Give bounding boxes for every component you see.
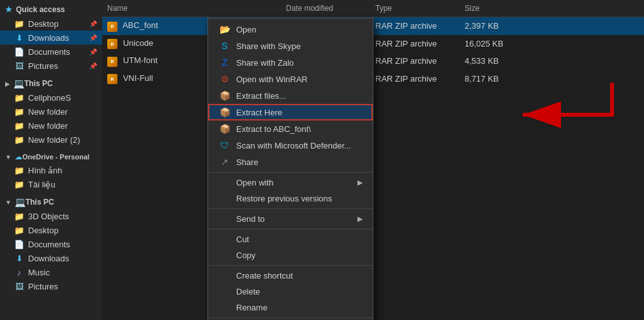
- sidebar-item-cellphones[interactable]: 📁 CellphoneS: [0, 91, 102, 105]
- open-icon: 📂: [218, 24, 231, 34]
- this-pc-label: This PC: [24, 79, 53, 88]
- sidebar: ★ Quick access 📁 Desktop 📌 ⬇ Downloads 📌…: [0, 0, 102, 320]
- ctx-delete[interactable]: Delete: [208, 284, 373, 300]
- pic-icon: 🖼: [14, 61, 24, 71]
- extract-here-icon: 📦: [218, 107, 231, 117]
- sidebar-item-downloads[interactable]: ⬇ Downloads 📌: [0, 31, 102, 45]
- sidebar-item-3d[interactable]: 📁 3D Objects: [0, 209, 102, 223]
- ctx-rename-label: Rename: [236, 303, 267, 312]
- sidebar-item-label: CellphoneS: [28, 93, 71, 103]
- extract-to-icon: 📦: [218, 124, 231, 134]
- ctx-copy-label: Copy: [236, 251, 255, 260]
- ctx-winrar-label: Open with WinRAR: [236, 75, 308, 84]
- folder-icon: 📁: [14, 211, 24, 221]
- sidebar-item-newfolder3[interactable]: 📁 New folder (2): [0, 133, 102, 147]
- ctx-send-to[interactable]: Send to ▶: [208, 211, 373, 227]
- ctx-create-shortcut[interactable]: Create shortcut: [208, 268, 373, 284]
- sidebar-item-label: Music: [28, 268, 50, 277]
- submenu-arrow: ▶: [357, 215, 363, 223]
- sidebar-item-label: Desktop: [28, 226, 59, 235]
- ctx-share-skype[interactable]: S Share with Skype: [208, 38, 373, 54]
- ctx-extract-to[interactable]: 📦 Extract to ABC_font\: [208, 120, 373, 137]
- onedrive-label: OneDrive - Personal: [22, 153, 89, 161]
- pc-icon2: 💻: [15, 197, 26, 207]
- ctx-share[interactable]: ↗ Share: [208, 154, 373, 170]
- chevron-icon: ▶: [5, 80, 10, 87]
- defender-icon: 🛡: [218, 140, 231, 150]
- header-date: Date modified: [281, 3, 370, 14]
- folder-icon: 📁: [14, 165, 24, 175]
- file-header: Name Date modified Type Size: [102, 0, 644, 17]
- file-type-cell: RAR ZIP archive: [370, 20, 460, 32]
- folder-icon: 📁: [14, 92, 24, 103]
- zalo-icon: Z: [218, 57, 231, 68]
- doc-icon2: 📄: [14, 239, 24, 249]
- quick-access-header[interactable]: ★ Quick access: [0, 3, 102, 17]
- ctx-open-with[interactable]: Open with ▶: [208, 175, 373, 191]
- sidebar-item-hinhanh[interactable]: 📁 Hình ảnh: [0, 163, 102, 177]
- pc-icon: 💻: [13, 78, 24, 89]
- sidebar-item-label: Downloads: [28, 33, 69, 43]
- ctx-restore[interactable]: Restore previous versions: [208, 191, 373, 207]
- ctx-divider2: [208, 208, 373, 209]
- sidebar-item-pictures[interactable]: 🖼 Pictures 📌: [0, 59, 102, 73]
- doc-icon: 📄: [14, 47, 24, 57]
- this-pc-label2: This PC: [26, 198, 54, 207]
- sidebar-item-newfolder1[interactable]: 📁 New folder: [0, 105, 102, 119]
- submenu-arrow: ▶: [357, 178, 363, 187]
- sidebar-item-desktop2[interactable]: 📁 Desktop: [0, 223, 102, 237]
- this-pc-section-header[interactable]: ▼ 💻 This PC: [0, 194, 102, 209]
- sidebar-item-documents2[interactable]: 📄 Documents: [0, 237, 102, 251]
- sidebar-item-label: 3D Objects: [28, 212, 69, 221]
- pin-icon: 📌: [89, 34, 97, 41]
- sidebar-item-label: Documents: [28, 47, 70, 57]
- sidebar-item-label: Pictures: [28, 61, 58, 71]
- rar-icon: R: [107, 74, 117, 84]
- header-name: Name: [102, 3, 281, 14]
- sidebar-item-documents[interactable]: 📄 Documents 📌: [0, 45, 102, 59]
- sidebar-item-music[interactable]: ♪ Music: [0, 265, 102, 279]
- ctx-extract-here[interactable]: 📦 Extract Here: [208, 104, 373, 120]
- ctx-open-winrar[interactable]: ⚙ Open with WinRAR: [208, 71, 373, 87]
- sidebar-item-tailieu[interactable]: 📁 Tài liệu: [0, 177, 102, 191]
- ctx-share-label: Share: [236, 157, 258, 167]
- folder-icon: 📁: [14, 225, 24, 235]
- chevron-icon: ▼: [5, 154, 11, 161]
- folder-icon: 📁: [14, 135, 24, 145]
- main-area: Name Date modified Type Size R ABC_font …: [102, 0, 644, 320]
- pin-icon: 📌: [89, 20, 97, 27]
- pin-icon: 📌: [89, 48, 97, 55]
- sidebar-item-label: Desktop: [28, 19, 59, 29]
- ctx-cut-label: Cut: [236, 235, 249, 244]
- ctx-share-zalo-label: Share with Zalo: [236, 58, 294, 68]
- onedrive-header[interactable]: ▼ ☁ OneDrive - Personal: [0, 149, 102, 163]
- ctx-open-with-label: Open with: [236, 178, 274, 187]
- onedrive-icon: ☁: [15, 152, 22, 161]
- file-name: Unicode: [123, 38, 154, 48]
- rar-icon: R: [107, 22, 117, 32]
- sidebar-item-downloads2[interactable]: ⬇ Downloads: [0, 251, 102, 265]
- ctx-extract-files[interactable]: 📦 Extract files...: [208, 87, 373, 104]
- ctx-defender[interactable]: 🛡 Scan with Microsoft Defender...: [208, 137, 373, 154]
- ctx-divider1: [208, 172, 373, 173]
- sidebar-item-pictures2[interactable]: 🖼 Pictures: [0, 279, 102, 293]
- rar-icon: R: [107, 57, 117, 67]
- ctx-delete-label: Delete: [236, 287, 260, 296]
- file-size-cell: 2,397 KB: [460, 20, 517, 32]
- file-type-cell: RAR ZIP archive: [370, 73, 460, 85]
- sidebar-item-newfolder2[interactable]: 📁 New folder: [0, 119, 102, 133]
- pin-icon: 📌: [89, 62, 97, 69]
- header-size: Size: [460, 3, 517, 14]
- sidebar-item-desktop[interactable]: 📁 Desktop 📌: [0, 17, 102, 31]
- ctx-extract-label: Extract files...: [236, 91, 286, 101]
- quick-access-label: Quick access: [16, 5, 65, 14]
- chevron-icon: ▼: [5, 199, 11, 206]
- ctx-rename[interactable]: Rename: [208, 300, 373, 316]
- this-pc-header[interactable]: ▶ 💻 This PC: [0, 75, 102, 91]
- rar-icon: R: [107, 39, 117, 49]
- ctx-share-zalo[interactable]: Z Share with Zalo: [208, 54, 373, 71]
- ctx-copy[interactable]: Copy: [208, 247, 373, 263]
- ctx-extract-to-label: Extract to ABC_font\: [236, 124, 311, 134]
- ctx-open[interactable]: 📂 Open: [208, 21, 373, 38]
- ctx-cut[interactable]: Cut: [208, 231, 373, 247]
